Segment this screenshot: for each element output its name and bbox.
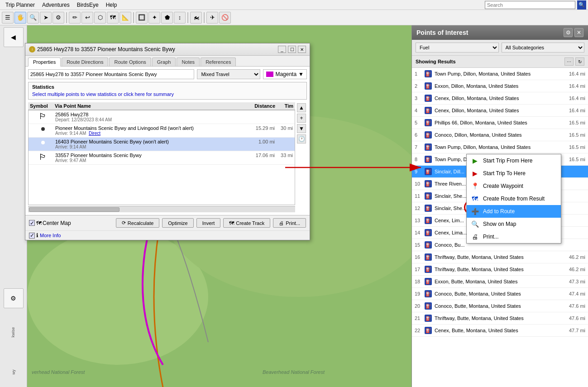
create-track-button[interactable]: 🗺 Create Track	[223, 218, 270, 228]
wp-down-btn[interactable]: ▼	[297, 124, 306, 133]
search-input[interactable]	[485, 1, 575, 9]
toolbar-btn-hand[interactable]: ☰	[2, 12, 14, 24]
optimize-button[interactable]: Optimize	[162, 218, 193, 228]
poi-name-1: Town Pump, Dillon, Montana, United State…	[433, 71, 560, 76]
poi-row-20[interactable]: 20 Conoco, Butte, Montana, United States…	[412, 300, 588, 312]
toolbar-btn-cancel[interactable]: 🚫	[219, 12, 231, 24]
toolbar-btn-flight[interactable]: ✈	[206, 12, 218, 24]
dialog-titlebar[interactable]: ! 25865 Hwy278 to 33557 Pioneer Mountain…	[25, 43, 310, 56]
waypoints-scroll[interactable]: 🏳 25865 Hwy278 Depart: 12/28/2023 8:44 A…	[28, 110, 295, 205]
toolbar-btn-diamond[interactable]: ⬟	[161, 12, 173, 24]
toolbar-btn-undo[interactable]: ↩	[81, 12, 93, 24]
recalculate-button[interactable]: ⟳ Recalculate	[116, 218, 159, 228]
menubar-birdseye[interactable]: BirdsEye	[73, 1, 102, 9]
waypoint-row-3[interactable]: 16403 Pioneer Mountains Scenic Bywy (won…	[29, 138, 295, 151]
waypoint-row-1[interactable]: 🏳 25865 Hwy278 Depart: 12/28/2023 8:44 A…	[29, 110, 295, 124]
more-info-link[interactable]: More Info	[40, 233, 61, 238]
tab-properties[interactable]: Properties	[28, 57, 61, 67]
poi-subcategory-select[interactable]: All Subcategories	[502, 43, 585, 53]
poi-name-21: Thriftway, Butte, Montana, United States	[433, 315, 560, 321]
toolbar-btn-rect[interactable]: 🔲	[136, 12, 148, 24]
tabs: Properties Route Directions Route Option…	[25, 56, 310, 67]
wp-name-2: Pioneer Mountains Scenic Bywy and Living…	[55, 125, 239, 131]
toolbar-btn-measure[interactable]: 📐	[120, 12, 131, 24]
poi-settings-btn[interactable]: ⚙	[564, 28, 573, 37]
ctx-create-route[interactable]: 🗺 Create Route from Result	[467, 192, 561, 205]
ctx-show-on-map[interactable]: 🔍 Show on Map	[467, 218, 561, 230]
invert-button[interactable]: Invert	[196, 218, 221, 228]
poi-row-21[interactable]: 21 Thriftway, Butte, Montana, United Sta…	[412, 312, 588, 325]
ctx-start-trip-to-label: Start Trip To Here	[483, 170, 526, 177]
poi-row-16[interactable]: 16 Thriftway, Butte, Montana, United Sta…	[412, 251, 588, 263]
center-map-checkbox[interactable]: ✓	[29, 220, 35, 226]
poi-num-13: 13	[415, 218, 424, 223]
poi-close-btn[interactable]: ✕	[574, 28, 583, 37]
print-icon: 🖨	[279, 220, 284, 226]
dialog-restore-btn[interactable]: ☐	[288, 46, 296, 53]
menubar-help[interactable]: Help	[102, 1, 121, 9]
poi-row-19[interactable]: 19 Conoco, Butte, Montana, United States…	[412, 288, 588, 300]
waypoint-row-2[interactable]: Pioneer Mountains Scenic Bywy and Living…	[29, 124, 295, 138]
poi-row-1[interactable]: 1 Town Pump, Dillon, Montana, United Sta…	[412, 68, 588, 80]
poi-row-3[interactable]: 3 Cenex, Dillon, Montana, United States …	[412, 92, 588, 105]
poi-num-14: 14	[415, 230, 424, 235]
ctx-create-waypoint[interactable]: 📍 Create Waypoint	[467, 180, 561, 192]
poi-more-btn[interactable]: ⋯	[564, 57, 574, 66]
dialog-minimize-btn[interactable]: _	[278, 46, 286, 53]
toolbar-btn-moto[interactable]: 🏍	[190, 12, 202, 24]
sidebar-btn-layers[interactable]: ⚙	[4, 288, 24, 308]
tab-references[interactable]: References	[201, 57, 236, 66]
poi-row-4[interactable]: 4 Cenex, Dillon, Montana, United States …	[412, 105, 588, 117]
wp-direct-link[interactable]: Direct	[89, 131, 100, 136]
horizontal-scrollbar[interactable]	[28, 206, 295, 212]
wp-up-btn[interactable]: ▲	[297, 103, 306, 112]
menubar-trip-planner[interactable]: Trip Planner	[2, 1, 38, 9]
color-select[interactable]: Magenta ▼	[263, 69, 307, 79]
poi-row-5[interactable]: 5 Phillips 66, Dillon, Montana, United S…	[412, 117, 588, 129]
tab-route-options[interactable]: Route Options	[109, 57, 151, 66]
toolbar-btn-select[interactable]: 🖐	[14, 12, 26, 24]
toolbar-btn-arrow[interactable]: ➤	[40, 12, 52, 24]
poi-row-17[interactable]: 17 Thriftway, Butte, Montana, United Sta…	[412, 263, 588, 276]
poi-category-select[interactable]: Fuel	[416, 43, 499, 53]
toolbar-btn-map[interactable]: 🗺	[107, 12, 119, 24]
poi-refresh-btn[interactable]: ↻	[575, 57, 584, 66]
ctx-print[interactable]: 🖨 Print...	[467, 230, 561, 243]
col-via-point: Via Point Name	[55, 103, 239, 109]
toolbar-btn-shape[interactable]: ⬡	[94, 12, 106, 24]
menubar-adventures[interactable]: Adventures	[38, 1, 73, 9]
dialog-close-btn[interactable]: ✕	[298, 46, 306, 53]
waypoint-row-4[interactable]: 🏳 33557 Pioneer Mountains Scenic Bywy Ar…	[29, 151, 295, 165]
poi-row-22[interactable]: 22 Cenex, Butte, Montana, United States …	[412, 325, 588, 337]
poi-row-6[interactable]: 6 Conoco, Dillon, Montana, United States…	[412, 129, 588, 141]
wp-clock-btn[interactable]: 🕐	[297, 134, 306, 143]
poi-row-18[interactable]: 18 Exxon, Butte, Montana, United States …	[412, 276, 588, 288]
tab-graph[interactable]: Graph	[152, 57, 176, 66]
more-info-checkbox[interactable]: ✓	[29, 233, 35, 239]
poi-row-2[interactable]: 2 Exxon, Dillon, Montana, United States …	[412, 80, 588, 92]
print-button[interactable]: 🖨 Print...	[273, 218, 306, 228]
toolbar-btn-settings[interactable]: ⚙	[53, 12, 64, 24]
poi-results-controls: ⋯ ↻	[564, 57, 584, 66]
poi-row-7[interactable]: 7 Town Pump, Dillon, Montana, United Sta…	[412, 141, 588, 153]
toolbar-btn-zoom[interactable]: 🔍	[27, 12, 39, 24]
tab-notes[interactable]: Notes	[177, 57, 200, 66]
wp-time-2: 30 mi	[275, 125, 293, 131]
toolbar-btn-star[interactable]: ✦	[148, 12, 160, 24]
poi-num-12: 12	[415, 205, 424, 211]
travel-mode-select[interactable]: Mixed Travel	[197, 69, 260, 79]
toolbar-btn-draw[interactable]: ✏	[69, 12, 81, 24]
ctx-start-trip-to[interactable]: ▶ Start Trip To Here	[467, 167, 561, 180]
route-name-input[interactable]	[28, 69, 194, 79]
sidebar-label-wy: wy	[11, 370, 16, 375]
ctx-add-to-route[interactable]: ➕ Add to Route	[467, 205, 561, 218]
recalculate-icon: ⟳	[122, 220, 126, 226]
wp-add-btn[interactable]: +	[297, 114, 306, 123]
tab-route-directions[interactable]: Route Directions	[62, 57, 108, 66]
toolbar-btn-move[interactable]: ↕	[174, 12, 186, 24]
search-button[interactable]: 🔍	[577, 0, 586, 10]
h-scroll-thumb[interactable]	[29, 207, 120, 212]
ctx-start-trip-from[interactable]: ▶ Start Trip From Here	[467, 154, 561, 167]
sidebar-btn-back[interactable]: ◀	[4, 27, 24, 47]
stats-link[interactable]: Select multiple points to view statistic…	[32, 91, 174, 97]
